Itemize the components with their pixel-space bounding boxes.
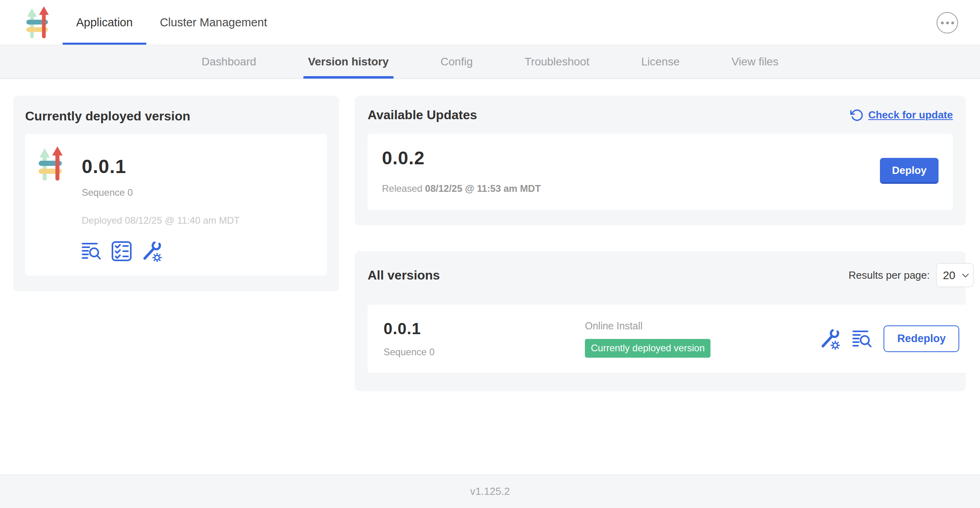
subnav-license[interactable]: License [641, 45, 680, 79]
available-updates-title: Available Updates [368, 108, 477, 122]
currently-deployed-card: Currently deployed version 0.0.1 Sequenc… [13, 96, 339, 291]
config-wrench-gear-icon[interactable] [142, 240, 163, 262]
subnav-troubleshoot[interactable]: Troubleshoot [525, 45, 589, 79]
current-version-info: 0.0.1 Sequence 0 Deployed 08/12/25 @ 11:… [82, 145, 240, 262]
tab-application-label: Application [76, 16, 133, 29]
redeploy-button[interactable]: Redeploy [884, 325, 959, 352]
current-version-sequence: Sequence 0 [82, 187, 240, 198]
current-version-inner-card: 0.0.1 Sequence 0 Deployed 08/12/25 @ 11:… [25, 134, 327, 276]
subnav-config-label: Config [441, 55, 473, 68]
app-subnav: Dashboard Version history Config Trouble… [0, 45, 980, 79]
install-type-label: Online Install [585, 320, 820, 332]
update-version-number: 0.0.2 [382, 147, 541, 169]
current-version-deployed-at: Deployed 08/12/25 @ 11:40 am MDT [82, 215, 240, 226]
current-version-actions [82, 240, 240, 262]
subnav-view-files[interactable]: View files [732, 45, 779, 79]
deployed-timestamp: 08/12/25 @ 11:40 am MDT [125, 215, 240, 226]
all-versions-card: All versions Results per page: 20 [355, 251, 966, 391]
available-updates-card: Available Updates Check for update 0.0.2… [355, 96, 966, 225]
footer: v1.125.2 [0, 475, 980, 508]
results-per-page: Results per page: 20 [848, 263, 974, 287]
admin-console-page: Application Cluster Management Dashboard… [0, 0, 980, 508]
update-info: 0.0.2 Released 08/12/25 @ 11:53 am MDT [382, 147, 541, 194]
update-row: 0.0.2 Released 08/12/25 @ 11:53 am MDT D… [368, 134, 953, 210]
logs-search-icon[interactable] [852, 330, 872, 348]
tab-cluster-management[interactable]: Cluster Management [146, 0, 281, 45]
preflight-checklist-icon[interactable] [111, 241, 132, 262]
subnav-version-history[interactable]: Version history [308, 45, 389, 79]
dot [946, 22, 949, 24]
subnav-dashboard-label: Dashboard [202, 55, 256, 68]
check-for-update-label: Check for update [868, 109, 953, 121]
tab-cluster-management-label: Cluster Management [160, 16, 267, 29]
dot [941, 22, 944, 24]
subnav-dashboard[interactable]: Dashboard [202, 45, 256, 79]
main-content: Currently deployed version 0.0.1 Sequenc… [0, 79, 980, 475]
subnav-view-files-label: View files [732, 55, 779, 68]
subnav-config[interactable]: Config [441, 45, 473, 79]
check-for-update-link[interactable]: Check for update [850, 108, 953, 122]
currently-deployed-title: Currently deployed version [25, 109, 327, 124]
tab-application[interactable]: Application [63, 0, 146, 45]
results-per-page-label: Results per page: [848, 269, 930, 282]
refresh-icon [850, 108, 864, 122]
config-wrench-gear-icon[interactable] [820, 328, 841, 350]
version-row: 0.0.1 Sequence 0 Online Install Currentl… [368, 305, 975, 373]
version-row-status: Online Install Currently deployed versio… [585, 320, 820, 358]
app-logo-icon [25, 6, 51, 39]
deployed-prefix: Deployed [82, 215, 122, 226]
current-version-number: 0.0.1 [82, 156, 240, 177]
subnav-license-label: License [641, 55, 680, 68]
all-versions-title: All versions [368, 268, 440, 283]
dot [951, 22, 954, 24]
right-column: Available Updates Check for update 0.0.2… [355, 96, 966, 475]
currently-deployed-badge: Currently deployed version [585, 339, 710, 358]
top-header: Application Cluster Management [0, 0, 980, 45]
overflow-menu-icon[interactable] [937, 12, 958, 33]
app-logo-icon [39, 145, 64, 182]
left-column: Currently deployed version 0.0.1 Sequenc… [13, 96, 339, 475]
row-version-number: 0.0.1 [384, 320, 585, 338]
logs-search-icon[interactable] [82, 242, 102, 260]
console-version: v1.125.2 [470, 485, 510, 498]
version-row-info: 0.0.1 Sequence 0 [384, 320, 585, 358]
results-per-page-select[interactable]: 20 [936, 263, 974, 287]
subnav-troubleshoot-label: Troubleshoot [525, 55, 589, 68]
released-prefix: Released [382, 183, 422, 194]
deploy-button[interactable]: Deploy [880, 158, 939, 184]
update-released-at: Released 08/12/25 @ 11:53 am MDT [382, 183, 541, 194]
version-row-actions: Redeploy [820, 325, 959, 352]
row-version-sequence: Sequence 0 [384, 347, 585, 358]
subnav-version-history-label: Version history [308, 55, 389, 68]
released-timestamp: 08/12/25 @ 11:53 am MDT [425, 183, 541, 194]
header-tabs: Application Cluster Management [63, 0, 281, 45]
app-logo [25, 0, 51, 45]
